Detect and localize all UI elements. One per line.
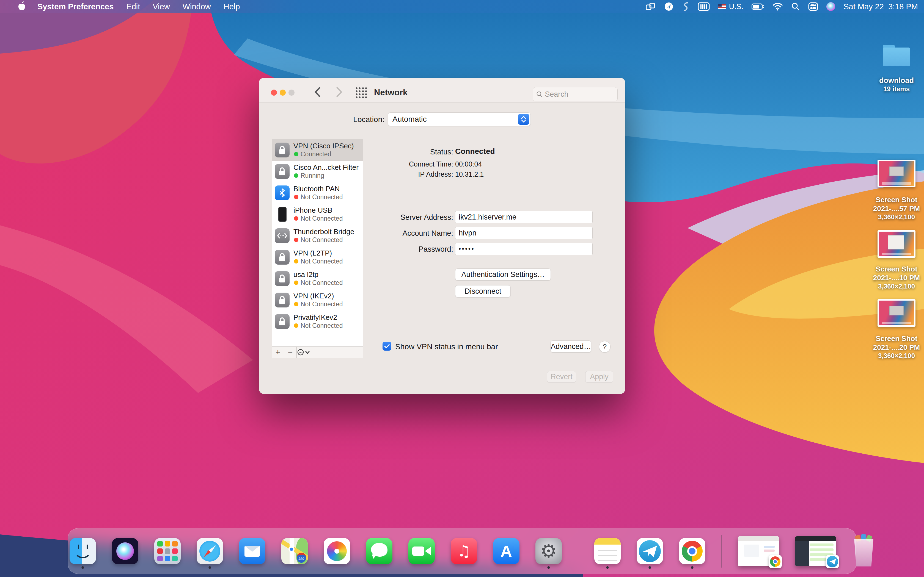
dock: 280 ♫ A ⚙ [68, 528, 856, 574]
service-name: VPN (L2TP) [293, 249, 332, 258]
folder-item-count: 19 items [864, 85, 924, 93]
service-row-privatifyikev2[interactable]: PrivatifyIKev2 Not Connected [272, 311, 363, 332]
password-field[interactable]: ••••• [455, 243, 593, 255]
dock-item-chrome[interactable] [679, 538, 705, 564]
menu-window[interactable]: Window [183, 2, 211, 11]
dock-minimized-chrome-window[interactable] [738, 536, 779, 566]
dock-item-trash[interactable] [852, 536, 876, 567]
screenshot-size-label: 3,360×2,100 [858, 282, 924, 290]
siri-icon[interactable] [826, 2, 835, 11]
thunderbolt-bridge-icon [275, 228, 289, 243]
more-options-button[interactable] [297, 347, 310, 358]
maps-icon: 280 [281, 538, 308, 564]
keyboard-icon[interactable] [698, 2, 710, 11]
apply-button[interactable]: Apply [585, 371, 613, 383]
show-vpn-status-checkbox[interactable] [383, 342, 391, 351]
dock-item-finder[interactable] [69, 538, 96, 564]
search-input[interactable] [545, 90, 614, 98]
screenshot-thumbnail [877, 160, 916, 187]
zoom-button[interactable] [289, 90, 294, 96]
folder-label: download [864, 76, 924, 85]
dock-item-safari[interactable] [197, 538, 223, 564]
maps-shield-label: 280 [297, 553, 306, 563]
authentication-settings-button[interactable]: Authentication Settings… [455, 268, 551, 280]
dock-item-photos[interactable] [324, 538, 350, 564]
search-field[interactable] [533, 87, 618, 102]
vpn-status-icon[interactable] [645, 2, 656, 11]
screenshot-label: Screen Shot [858, 265, 924, 273]
dock-item-facetime[interactable] [409, 538, 435, 564]
service-row-iphone-usb[interactable]: iPhone USB Not Connected [272, 204, 363, 225]
dock-item-telegram[interactable] [636, 538, 663, 564]
location-icon[interactable] [664, 2, 674, 11]
lock-icon [275, 143, 289, 158]
help-button[interactable]: ? [599, 341, 611, 353]
service-row-bluetooth-pan[interactable]: Bluetooth PAN Not Connected [272, 182, 363, 204]
apple-menu-icon[interactable] [16, 2, 25, 12]
close-button[interactable] [271, 90, 277, 96]
service-status: Not Connected [300, 322, 342, 329]
service-row-vpn-cisco-ipsec[interactable]: VPN (Cisco IPSec) Connected [272, 139, 363, 161]
dock-item-maps[interactable]: 280 [281, 538, 308, 564]
menu-help[interactable]: Help [224, 2, 240, 11]
lock-icon [275, 271, 289, 286]
menu-edit[interactable]: Edit [126, 2, 140, 11]
service-status: Not Connected [300, 193, 342, 201]
menu-bar-clock[interactable]: Sat May 22 3:18 PM [843, 2, 918, 11]
dock-item-mail[interactable] [239, 538, 265, 564]
dock-item-notes[interactable] [594, 538, 621, 564]
back-button[interactable] [314, 87, 321, 98]
status-label: Status: [371, 148, 453, 156]
wifi-icon[interactable] [772, 2, 783, 11]
spotlight-icon[interactable] [791, 2, 800, 11]
status-dot [294, 280, 298, 285]
connect-time-value: 00:00:04 [455, 160, 482, 168]
status-dot [294, 302, 298, 306]
revert-button[interactable]: Revert [547, 371, 576, 383]
trash-full-icon [852, 536, 876, 567]
forward-button[interactable] [336, 87, 343, 98]
status-dot [294, 323, 298, 328]
battery-icon[interactable] [751, 3, 764, 10]
dock-item-siri[interactable] [112, 538, 138, 564]
siri-icon [112, 538, 138, 564]
input-source-label[interactable]: U.S. [729, 2, 744, 11]
telegram-icon [826, 555, 839, 568]
checkmark-icon [384, 344, 390, 348]
remove-service-button[interactable]: − [284, 347, 297, 358]
dock-item-app-store[interactable]: A [493, 538, 520, 564]
server-address-label: Server Address: [371, 213, 453, 222]
app-store-icon: A [493, 538, 520, 564]
disconnect-button[interactable]: Disconnect [455, 285, 510, 297]
menu-bar: System Preferences Edit View Window Help… [0, 0, 924, 13]
location-select[interactable]: Automatic [388, 112, 531, 126]
server-address-field[interactable]: ikv21.hiserver.me [455, 211, 593, 223]
lock-icon [275, 250, 289, 264]
service-row-cisco-filter[interactable]: Cisco An...cket Filter Running [272, 161, 363, 182]
control-center-icon[interactable] [808, 2, 818, 11]
screenshot-thumbnail [877, 299, 916, 327]
add-service-button[interactable]: + [272, 347, 284, 358]
service-status: Not Connected [300, 301, 342, 308]
dock-item-launchpad[interactable] [154, 538, 181, 564]
show-all-icon[interactable] [355, 87, 367, 98]
service-name: Thunderbolt Bridge [293, 227, 354, 236]
connect-time-label: Connect Time: [371, 160, 453, 168]
lock-icon [275, 293, 289, 308]
service-row-usa-l2tp[interactable]: usa l2tp Not Connected [272, 268, 363, 289]
location-value: Automatic [393, 115, 427, 124]
menu-app-name[interactable]: System Preferences [37, 2, 113, 11]
dock-item-system-preferences[interactable]: ⚙ [535, 538, 562, 564]
dock-item-messages[interactable] [366, 538, 393, 564]
advanced-button[interactable]: Advanced… [551, 340, 591, 353]
service-row-vpn-l2tp[interactable]: VPN (L2TP) Not Connected [272, 247, 363, 268]
shortcuts-icon[interactable] [682, 2, 690, 11]
dock-minimized-telegram-window[interactable] [795, 536, 836, 566]
menu-view[interactable]: View [153, 2, 170, 11]
flag-us-icon[interactable] [718, 4, 726, 9]
account-name-field[interactable]: hivpn [455, 227, 593, 239]
minimize-button[interactable] [279, 90, 286, 96]
service-row-thunderbolt-bridge[interactable]: Thunderbolt Bridge Not Connected [272, 225, 363, 247]
service-row-vpn-ikev2[interactable]: VPN (IKEv2) Not Connected [272, 289, 363, 311]
dock-item-music[interactable]: ♫ [451, 538, 477, 564]
